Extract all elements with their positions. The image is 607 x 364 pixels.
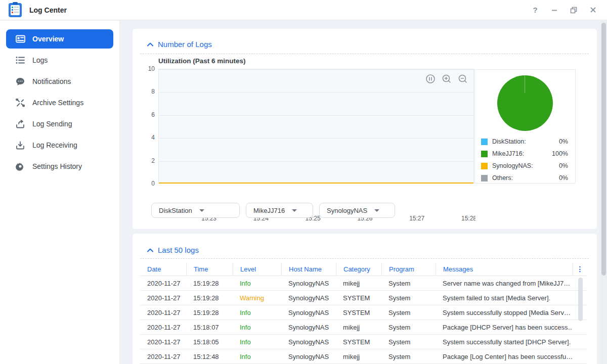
app-logo-icon	[9, 3, 22, 17]
sidebar-item-label: Notifications	[32, 77, 71, 85]
column-options-icon[interactable]: ⋮	[573, 265, 587, 273]
table-scrollbar[interactable]	[578, 278, 583, 321]
sidebar-item-overview[interactable]: Overview	[6, 29, 113, 49]
log-cell-date: 2020-11-27	[140, 338, 186, 346]
chevron-down-icon	[292, 209, 297, 212]
log-cell-category: SYSTEM	[336, 309, 381, 316]
y-tick-label: 4	[151, 134, 155, 141]
window-title: Log Center	[29, 6, 67, 14]
column-header-host-name[interactable]: Host Name	[281, 262, 336, 276]
log-cell-program: System	[381, 294, 436, 302]
legend-swatch	[481, 163, 488, 169]
zoom-in-icon[interactable]	[441, 73, 452, 84]
legend-swatch	[481, 175, 488, 181]
sidebar-item-archive-settings[interactable]: Archive Settings	[6, 93, 113, 112]
section-title: Last 50 logs	[158, 246, 199, 254]
log-cell-host-name: SynologyNAS	[281, 353, 336, 360]
legend-value: 100%	[552, 150, 568, 157]
restore-icon[interactable]	[568, 4, 580, 16]
log-cell-program: System	[381, 338, 436, 346]
archive-settings-icon	[15, 98, 25, 108]
log-cell-program: System	[381, 324, 436, 331]
page-scrollbar-track	[600, 21, 607, 364]
log-cell-time: 15:19:28	[186, 280, 233, 287]
column-header-program[interactable]: Program	[381, 262, 436, 276]
log-cell-level: Warning	[233, 294, 281, 302]
select-value: DiskStation	[159, 207, 192, 214]
sidebar-item-log-sending[interactable]: Log Sending	[6, 114, 113, 133]
number-of-logs-collapse[interactable]: Number of Logs	[147, 40, 212, 49]
log-cell-host-name: SynologyNAS	[281, 309, 336, 316]
log-cell-messages: Server name was changed from [MikeJJ7…	[436, 280, 573, 287]
column-header-time[interactable]: Time	[186, 262, 233, 276]
log-row[interactable]: 2020-11-2715:19:28InfoSynologyNASmikejjS…	[140, 276, 587, 291]
log-row[interactable]: 2020-11-2715:18:07InfoSynologyNASmikejjS…	[140, 320, 587, 335]
log-cell-messages: Package [Log Center] has been successfu…	[436, 353, 573, 360]
log-cell-category: mikejj	[336, 324, 381, 331]
log-row[interactable]: 2020-11-2715:19:28WarningSynologyNASSYST…	[140, 291, 587, 305]
host-select-diskstation[interactable]: DiskStation	[151, 203, 240, 218]
titlebar: Log Center ?	[0, 0, 607, 20]
host-selectors: DiskStationMikeJJ716SynologyNAS	[151, 203, 395, 218]
x-tick-label: 15:27	[404, 215, 429, 222]
page-scrollbar-thumb[interactable]	[601, 23, 606, 276]
log-cell-level: Info	[233, 338, 281, 346]
legend-label: DiskStation:	[492, 138, 526, 145]
y-tick-label: 0	[151, 180, 155, 187]
log-cell-messages: System successfully stopped [Media Serv…	[436, 309, 573, 316]
log-cell-time: 15:19:28	[186, 309, 233, 316]
sidebar-item-log-receiving[interactable]: Log Receiving	[6, 135, 113, 155]
close-icon[interactable]	[587, 4, 599, 16]
column-header-category[interactable]: Category	[336, 262, 381, 276]
log-row[interactable]: 2020-11-2715:12:48InfoSynologyNASmikejjS…	[140, 349, 587, 364]
x-tick-label: 15:28	[456, 215, 475, 222]
log-cell-time: 15:12:48	[186, 353, 233, 360]
log-cell-host-name: SynologyNAS	[281, 294, 336, 302]
log-cell-messages: System successfully started [DHCP Server…	[436, 338, 573, 346]
column-header-date[interactable]: Date	[140, 262, 186, 276]
logs-pie-chart	[497, 75, 553, 131]
zoom-out-icon[interactable]	[457, 73, 468, 84]
pause-icon[interactable]	[425, 73, 436, 84]
minimize-icon[interactable]	[548, 4, 560, 16]
log-cell-host-name: SynologyNAS	[281, 324, 336, 331]
chevron-up-icon	[147, 42, 154, 47]
help-icon[interactable]: ?	[529, 4, 541, 16]
sidebar-item-logs[interactable]: Logs	[6, 51, 113, 70]
legend-row: MikeJJ716:100%	[481, 148, 568, 160]
log-cell-messages: Package [DHCP Server] has been success…	[436, 324, 573, 331]
chart-title: Utilization (Past 6 minutes)	[158, 57, 246, 65]
log-cell-level: Info	[233, 353, 281, 360]
chevron-down-icon	[199, 209, 204, 212]
log-cell-date: 2020-11-27	[140, 294, 186, 302]
chevron-down-icon	[374, 209, 379, 212]
host-select-mikejj716[interactable]: MikeJJ716	[246, 203, 313, 218]
sidebar-item-settings-history[interactable]: Settings History	[6, 157, 113, 176]
pie-legend: DiskStation:0%MikeJJ716:100%SynologyNAS:…	[481, 135, 568, 184]
number-of-logs-card: Number of Logs Utilization (Past 6 minut…	[133, 29, 597, 229]
column-header-messages[interactable]: Messages	[436, 262, 573, 276]
log-row[interactable]: 2020-11-2715:19:28InfoSynologyNASSYSTEMS…	[140, 305, 587, 320]
legend-label: SynologyNAS:	[492, 162, 533, 169]
log-center-window: Log Center ? OverviewLogsNotificationsAr…	[0, 0, 607, 364]
host-select-synologynas[interactable]: SynologyNAS	[319, 203, 395, 218]
legend-row: SynologyNAS:0%	[481, 160, 568, 172]
notifications-icon	[15, 76, 25, 86]
log-receiving-icon	[15, 140, 25, 150]
last-50-logs-collapse[interactable]: Last 50 logs	[147, 246, 199, 254]
section-title: Number of Logs	[158, 40, 212, 49]
log-row[interactable]: 2020-11-2715:18:05InfoSynologyNASSYSTEMS…	[140, 335, 587, 349]
log-cell-program: System	[381, 280, 436, 287]
column-header-level[interactable]: Level	[233, 262, 281, 276]
log-cell-program: System	[381, 309, 436, 316]
settings-history-icon	[15, 161, 25, 171]
overview-icon	[15, 34, 25, 44]
sidebar-item-notifications[interactable]: Notifications	[6, 72, 113, 91]
log-cell-date: 2020-11-27	[140, 309, 186, 316]
log-cell-host-name: SynologyNAS	[281, 280, 336, 287]
divider	[140, 54, 589, 54]
y-tick-label: 8	[151, 88, 155, 95]
sidebar: OverviewLogsNotificationsArchive Setting…	[0, 21, 120, 364]
legend-swatch	[481, 151, 488, 157]
log-cell-level: Info	[233, 309, 281, 316]
